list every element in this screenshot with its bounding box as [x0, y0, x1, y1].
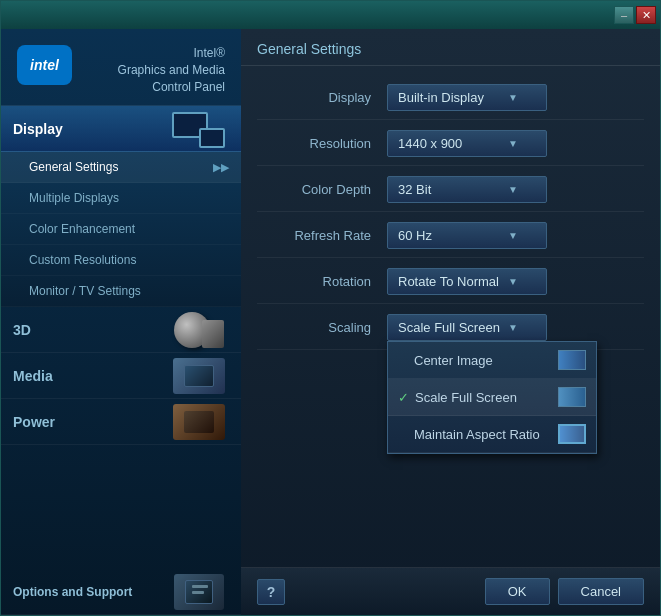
logo-line1: Intel® [82, 45, 225, 62]
options-icon [169, 572, 229, 612]
refresh-rate-dropdown[interactable]: 60 Hz ▼ [387, 222, 547, 249]
logo-line3: Control Panel [82, 79, 225, 96]
refresh-rate-label: Refresh Rate [257, 228, 387, 243]
power-icon [169, 402, 229, 442]
sidebar-item-media-label: Media [13, 368, 53, 384]
display-value: Built-in Display [398, 90, 484, 105]
color-depth-setting-row: Color Depth 32 Bit ▼ [257, 168, 644, 212]
rotation-control: Rotate To Normal ▼ [387, 268, 644, 295]
rotation-setting-row: Rotation Rotate To Normal ▼ [257, 260, 644, 304]
refresh-rate-dropdown-arrow: ▼ [508, 230, 518, 241]
rotation-value: Rotate To Normal [398, 274, 499, 289]
scaling-value: Scale Full Screen [398, 320, 500, 335]
sidebar-item-options-support[interactable]: Options and Support [1, 569, 241, 615]
rotation-label: Rotation [257, 274, 387, 289]
media-icon [169, 356, 229, 396]
sub-nav-custom-resolutions[interactable]: Custom Resolutions [1, 245, 241, 276]
sidebar-item-power[interactable]: Power [1, 399, 241, 445]
scaling-dropdown[interactable]: Scale Full Screen ▼ [387, 314, 547, 341]
ok-button[interactable]: OK [485, 578, 550, 605]
rotation-dropdown[interactable]: Rotate To Normal ▼ [387, 268, 547, 295]
rotation-dropdown-arrow: ▼ [508, 276, 518, 287]
sidebar-item-display-label: Display [13, 121, 63, 137]
monitor-tv-label: Monitor / TV Settings [29, 284, 141, 298]
multiple-displays-label: Multiple Displays [29, 191, 119, 205]
minimize-button[interactable]: – [614, 6, 634, 24]
scaling-control: Scale Full Screen ▼ Center Image [387, 314, 644, 341]
sub-nav-general-settings[interactable]: General Settings ▶▶ [1, 152, 241, 183]
scale-full-screen-label: Scale Full Screen [415, 390, 517, 405]
general-settings-label: General Settings [29, 160, 118, 174]
scaling-dropdown-arrow: ▼ [508, 322, 518, 333]
display-icon [169, 109, 229, 149]
center-image-swatch [558, 350, 586, 370]
sub-nav-color-enhancement[interactable]: Color Enhancement [1, 214, 241, 245]
3d-icon [169, 310, 229, 350]
sidebar-item-display[interactable]: Display [1, 106, 241, 152]
close-button[interactable]: ✕ [636, 6, 656, 24]
scaling-option-scale-full-screen[interactable]: ✓ Scale Full Screen [388, 379, 596, 416]
main-panel: General Settings Display Built-in Displa… [241, 29, 660, 615]
resolution-value: 1440 x 900 [398, 136, 462, 151]
resolution-setting-row: Resolution 1440 x 900 ▼ [257, 122, 644, 166]
settings-area: Display Built-in Display ▼ Resolution 14… [241, 66, 660, 567]
intel-logo: intel [17, 45, 72, 85]
sub-nav-arrow: ▶▶ [213, 161, 229, 174]
sub-nav-monitor-tv-settings[interactable]: Monitor / TV Settings [1, 276, 241, 307]
help-button[interactable]: ? [257, 579, 285, 605]
sidebar: intel Intel® Graphics and Media Control … [1, 29, 241, 615]
center-image-label: Center Image [414, 353, 493, 368]
resolution-dropdown[interactable]: 1440 x 900 ▼ [387, 130, 547, 157]
scaling-dropdown-menu: Center Image ✓ Scale Full Screen [387, 341, 597, 454]
display-label: Display [257, 90, 387, 105]
display-control: Built-in Display ▼ [387, 84, 644, 111]
maintain-aspect-swatch [558, 424, 586, 444]
sidebar-item-options-label: Options and Support [13, 585, 132, 599]
resolution-label: Resolution [257, 136, 387, 151]
scaling-label: Scaling [257, 320, 387, 335]
color-depth-label: Color Depth [257, 182, 387, 197]
display-sub-nav: General Settings ▶▶ Multiple Displays Co… [1, 152, 241, 307]
sidebar-item-power-label: Power [13, 414, 55, 430]
title-bar: – ✕ [1, 1, 660, 29]
scaling-option-maintain-aspect[interactable]: Maintain Aspect Ratio [388, 416, 596, 453]
maintain-aspect-label: Maintain Aspect Ratio [414, 427, 540, 442]
sidebar-item-media[interactable]: Media [1, 353, 241, 399]
custom-resolutions-label: Custom Resolutions [29, 253, 136, 267]
color-depth-control: 32 Bit ▼ [387, 176, 644, 203]
logo-line2: Graphics and Media [82, 62, 225, 79]
display-setting-row: Display Built-in Display ▼ [257, 76, 644, 120]
cancel-button[interactable]: Cancel [558, 578, 644, 605]
refresh-rate-setting-row: Refresh Rate 60 Hz ▼ [257, 214, 644, 258]
color-depth-value: 32 Bit [398, 182, 431, 197]
panel-title: General Settings [241, 29, 660, 66]
refresh-rate-value: 60 Hz [398, 228, 432, 243]
logo-area: intel Intel® Graphics and Media Control … [1, 29, 241, 106]
content-area: intel Intel® Graphics and Media Control … [1, 29, 660, 615]
scale-full-screen-swatch [558, 387, 586, 407]
resolution-control: 1440 x 900 ▼ [387, 130, 644, 157]
resolution-dropdown-arrow: ▼ [508, 138, 518, 149]
display-dropdown-arrow: ▼ [508, 92, 518, 103]
refresh-rate-control: 60 Hz ▼ [387, 222, 644, 249]
sidebar-item-3d-label: 3D [13, 322, 31, 338]
color-depth-dropdown[interactable]: 32 Bit ▼ [387, 176, 547, 203]
sub-nav-multiple-displays[interactable]: Multiple Displays [1, 183, 241, 214]
scaling-setting-row: Scaling Scale Full Screen ▼ [257, 306, 644, 350]
color-enhancement-label: Color Enhancement [29, 222, 135, 236]
scale-full-screen-check: ✓ [398, 390, 409, 405]
sidebar-item-3d[interactable]: 3D [1, 307, 241, 353]
color-depth-dropdown-arrow: ▼ [508, 184, 518, 195]
scaling-dropdown-container: Scale Full Screen ▼ Center Image [387, 314, 547, 341]
scaling-option-center-image[interactable]: Center Image [388, 342, 596, 379]
main-window: – ✕ intel Intel® Graphics and Media Cont… [0, 0, 661, 616]
display-dropdown[interactable]: Built-in Display ▼ [387, 84, 547, 111]
bottom-bar: ? OK Cancel [241, 567, 660, 615]
